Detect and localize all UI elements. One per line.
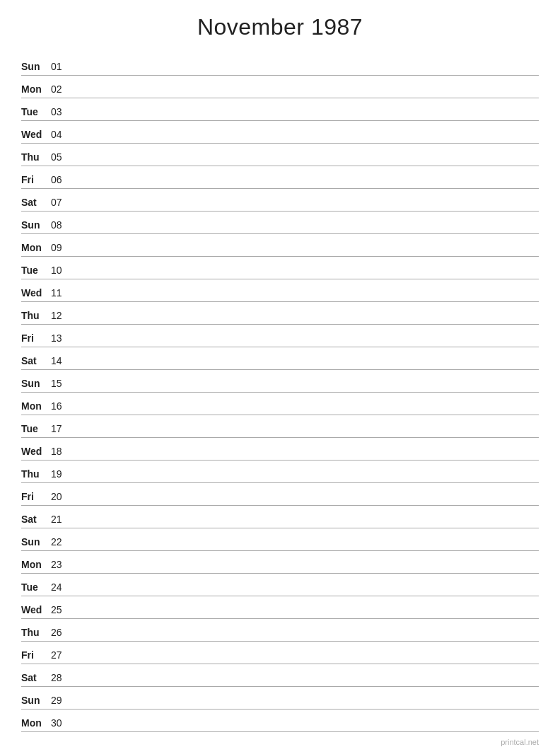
table-row: Mon30 [21,710,539,732]
day-number: 11 [51,287,71,299]
day-line [71,637,539,638]
table-row: Tue24 [21,574,539,596]
day-number: 28 [51,672,71,683]
day-line [71,592,539,593]
day-number: 29 [51,695,71,706]
day-number: 05 [51,151,71,163]
table-row: Tue17 [21,415,539,438]
day-line [71,524,539,525]
day-line [71,728,539,729]
table-row: Sun01 [21,53,539,76]
day-line [71,479,539,480]
day-number: 09 [51,242,71,253]
day-name: Sun [21,219,51,231]
day-line [71,162,539,163]
day-name: Tue [21,423,51,434]
day-name: Thu [21,468,51,480]
day-name: Sat [21,355,51,366]
day-number: 08 [51,219,71,231]
day-number: 16 [51,400,71,412]
day-name: Thu [21,310,51,321]
day-line [71,94,539,95]
table-row: Thu19 [21,461,539,483]
day-name: Mon [21,83,51,95]
day-name: Tue [21,265,51,276]
day-name: Sat [21,514,51,525]
day-name: Sat [21,672,51,683]
day-number: 06 [51,174,71,185]
day-name: Sun [21,378,51,389]
table-row: Tue10 [21,257,539,279]
day-name: Wed [21,129,51,140]
table-row: Sun15 [21,370,539,393]
day-number: 30 [51,717,71,729]
table-row: Wed04 [21,121,539,144]
day-number: 10 [51,265,71,276]
table-row: Sat07 [21,189,539,212]
day-line [71,343,539,344]
day-name: Sun [21,61,51,72]
table-row: Mon16 [21,393,539,415]
day-line [71,366,539,366]
table-row: Thu12 [21,302,539,325]
table-row: Mon23 [21,551,539,574]
day-name: Fri [21,649,51,661]
calendar-rows: Sun01Mon02Tue03Wed04Thu05Fri06Sat07Sun08… [21,53,539,732]
day-name: Tue [21,106,51,117]
table-row: Fri06 [21,166,539,189]
day-number: 21 [51,514,71,525]
table-row: Thu05 [21,144,539,166]
calendar-page: November 1987 Sun01Mon02Tue03Wed04Thu05F… [0,0,560,747]
day-name: Sun [21,536,51,548]
day-number: 25 [51,604,71,615]
day-name: Sat [21,197,51,208]
day-name: Thu [21,151,51,163]
table-row: Sun29 [21,687,539,710]
table-row: Sat14 [21,347,539,370]
day-line [71,547,539,548]
day-name: Fri [21,174,51,185]
day-name: Mon [21,559,51,570]
day-name: Tue [21,581,51,593]
day-number: 24 [51,581,71,593]
table-row: Sun22 [21,528,539,551]
table-row: Wed25 [21,596,539,619]
day-number: 27 [51,649,71,661]
day-line [71,569,539,570]
day-number: 13 [51,332,71,344]
day-number: 12 [51,310,71,321]
table-row: Thu26 [21,619,539,642]
table-row: Fri13 [21,325,539,347]
day-name: Wed [21,287,51,299]
day-line [71,456,539,457]
day-line [71,434,539,434]
day-name: Wed [21,446,51,457]
day-name: Fri [21,332,51,344]
table-row: Sat21 [21,506,539,528]
day-line [71,320,539,321]
table-row: Mon09 [21,234,539,257]
day-number: 23 [51,559,71,570]
table-row: Fri27 [21,642,539,664]
day-number: 17 [51,423,71,434]
day-number: 04 [51,129,71,140]
day-line [71,71,539,72]
watermark: printcal.net [501,738,539,746]
day-line [71,502,539,502]
day-line [71,683,539,683]
day-line [71,117,539,117]
table-row: Sat28 [21,664,539,687]
table-row: Wed11 [21,279,539,302]
day-line [71,298,539,299]
table-row: Sun08 [21,212,539,234]
day-number: 19 [51,468,71,480]
day-line [71,207,539,208]
day-name: Mon [21,717,51,729]
day-number: 14 [51,355,71,366]
day-line [71,275,539,276]
day-line [71,705,539,706]
day-line [71,230,539,231]
day-line [71,411,539,412]
day-name: Mon [21,242,51,253]
table-row: Mon02 [21,76,539,98]
